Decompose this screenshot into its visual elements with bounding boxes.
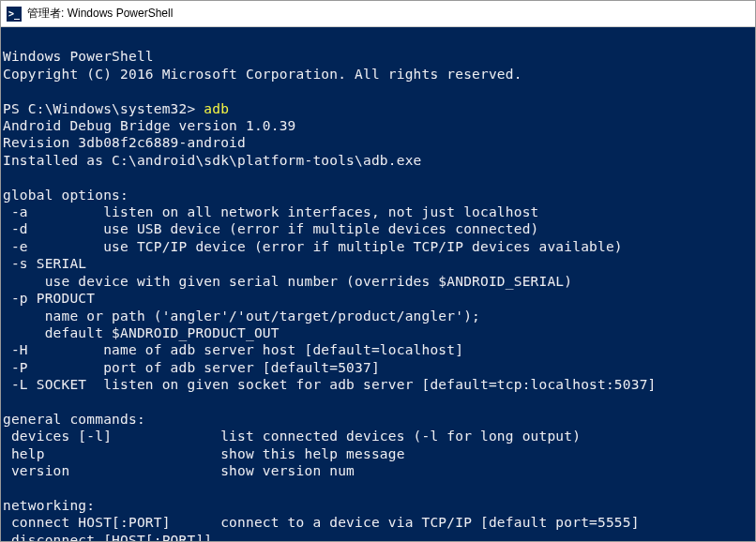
option-d: -d use USB device (error if multiple dev… [3, 221, 539, 236]
section-general-commands: general commands: [3, 412, 145, 427]
powershell-icon: >_ [7, 7, 22, 22]
command-input: adb [204, 101, 229, 116]
option-H: -H name of adb server host [default=loca… [3, 342, 463, 357]
cmd-version: version show version num [3, 463, 355, 478]
adb-installed-line: Installed as C:\android\sdk\platform-too… [3, 153, 422, 168]
option-L: -L SOCKET listen on given socket for adb… [3, 377, 657, 392]
option-a: -a listen on all network interfaces, not… [3, 204, 539, 219]
option-s-desc: use device with given serial number (ove… [3, 274, 572, 289]
option-s: -s SERIAL [3, 256, 86, 271]
section-networking: networking: [3, 498, 95, 513]
adb-revision-line: Revision 3db08f2c6889-android [3, 135, 246, 150]
banner-line-2: Copyright (C) 2016 Microsoft Corporation… [3, 67, 522, 82]
option-p: -p PRODUCT [3, 291, 95, 306]
option-p-desc2: default $ANDROID_PRODUCT_OUT [3, 325, 280, 340]
terminal-output[interactable]: Windows PowerShell Copyright (C) 2016 Mi… [1, 27, 755, 542]
cmd-connect: connect HOST[:PORT] connect to a device … [3, 515, 640, 530]
cmd-devices: devices [-l] list connected devices (-l … [3, 429, 581, 444]
option-e: -e use TCP/IP device (error if multiple … [3, 239, 623, 254]
window-title: 管理者: Windows PowerShell [27, 6, 173, 22]
banner-line-1: Windows PowerShell [3, 49, 154, 64]
cmd-help: help show this help message [3, 446, 405, 461]
prompt: PS C:\Windows\system32> [3, 101, 204, 116]
cmd-disconnect: disconnect [HOST[:PORT]] [3, 533, 212, 542]
option-P: -P port of adb server [default=5037] [3, 360, 380, 375]
section-global-options: global options: [3, 188, 129, 203]
option-p-desc1: name or path ('angler'/'out/target/produ… [3, 309, 480, 324]
window-titlebar[interactable]: >_ 管理者: Windows PowerShell [1, 1, 755, 27]
adb-version-line: Android Debug Bridge version 1.0.39 [3, 118, 296, 133]
